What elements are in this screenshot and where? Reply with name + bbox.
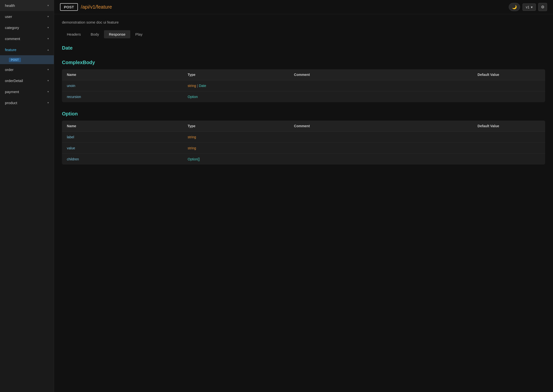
field-default [473, 80, 545, 91]
col-header-type: Type [183, 121, 289, 132]
sidebar-item-order[interactable]: order ▾ [0, 64, 54, 75]
field-comment [289, 154, 473, 165]
field-name: value [62, 143, 183, 154]
chevron-up-icon: ▴ [47, 48, 49, 51]
sidebar-item-product[interactable]: product ▾ [0, 97, 54, 108]
tab-bar: Headers Body Response Play [62, 30, 545, 38]
col-header-type: Type [183, 69, 289, 80]
chevron-down-icon: ▾ [47, 15, 49, 18]
sidebar: health ▾ user ▾ category ▾ comment ▾ fea… [0, 0, 54, 392]
chevron-down-icon: ▾ [47, 101, 49, 104]
field-default [473, 143, 545, 154]
table-row: label string [62, 132, 545, 143]
endpoint-path: /api/v1/feature [81, 4, 112, 10]
field-name: label [62, 132, 183, 143]
version-label: v1 [526, 5, 529, 9]
field-name: unoin [62, 80, 183, 91]
tab-play[interactable]: Play [130, 30, 147, 38]
sidebar-item-label: orderDetail [5, 79, 23, 83]
section-title-complexbody: ComplexBody [62, 60, 545, 65]
section-title-date: Date [62, 45, 545, 51]
field-type: Option[] [183, 154, 289, 165]
type-string: string [188, 135, 196, 139]
type-option-array: Option[] [188, 157, 200, 161]
table-row: unoin string | Date [62, 80, 545, 91]
main-content: POST /api/v1/feature 🌙 v1 ▾ ⚙ demonstrat… [54, 0, 553, 392]
sidebar-item-label: payment [5, 90, 19, 94]
table-row: value string [62, 143, 545, 154]
field-default [473, 154, 545, 165]
option-section: Option Name Type Comment Default Value l… [62, 111, 545, 165]
sidebar-item-health[interactable]: health ▾ [0, 0, 54, 11]
tab-headers[interactable]: Headers [62, 30, 86, 38]
col-header-name: Name [62, 121, 183, 132]
sidebar-item-payment[interactable]: payment ▾ [0, 86, 54, 97]
field-name: children [62, 154, 183, 165]
col-header-default: Default Value [473, 69, 545, 80]
http-method-badge: POST [60, 3, 78, 11]
field-name: recursion [62, 91, 183, 102]
sidebar-item-label: health [5, 3, 15, 8]
field-comment [289, 80, 473, 91]
content-area: demonstration some doc ui feature Header… [54, 14, 553, 179]
chevron-down-icon: ▾ [47, 79, 49, 82]
sidebar-item-comment[interactable]: comment ▾ [0, 33, 54, 44]
gear-icon: ⚙ [541, 5, 544, 9]
dark-mode-button[interactable]: 🌙 [509, 3, 520, 11]
topbar-left: POST /api/v1/feature [60, 3, 112, 11]
field-type: Option [183, 91, 289, 102]
chevron-down-icon: ▾ [47, 68, 49, 71]
type-string: string [188, 146, 196, 150]
moon-icon: 🌙 [512, 5, 517, 9]
sidebar-item-label: user [5, 14, 12, 19]
type-option: Option [188, 95, 198, 99]
field-type: string [183, 143, 289, 154]
sidebar-item-user[interactable]: user ▾ [0, 11, 54, 22]
col-header-comment: Comment [289, 69, 473, 80]
sidebar-item-label: order [5, 68, 14, 72]
col-header-comment: Comment [289, 121, 473, 132]
sidebar-item-label: comment [5, 37, 20, 41]
tab-response[interactable]: Response [104, 30, 131, 38]
option-table: Name Type Comment Default Value label st… [62, 121, 545, 165]
date-section: Date [62, 45, 545, 51]
chevron-down-icon: ▾ [47, 90, 49, 93]
topbar-right: 🌙 v1 ▾ ⚙ [509, 3, 547, 11]
table-row: children Option[] [62, 154, 545, 165]
complexbody-section: ComplexBody Name Type Comment Default Va… [62, 60, 545, 102]
method-badge: POST [9, 58, 21, 62]
sidebar-item-label: product [5, 101, 17, 105]
sidebar-item-label: category [5, 26, 19, 30]
endpoint-description: demonstration some doc ui feature [62, 20, 545, 24]
sidebar-item-label: feature [5, 48, 16, 52]
col-header-name: Name [62, 69, 183, 80]
type-date: Date [199, 84, 206, 88]
sidebar-item-category[interactable]: category ▾ [0, 22, 54, 33]
section-title-option: Option [62, 111, 545, 117]
field-type: string [183, 132, 289, 143]
type-string: string [188, 84, 196, 88]
field-comment [289, 143, 473, 154]
field-type: string | Date [183, 80, 289, 91]
sidebar-item-orderdetail[interactable]: orderDetail ▾ [0, 75, 54, 86]
version-selector[interactable]: v1 ▾ [523, 3, 536, 11]
chevron-down-icon: ▾ [47, 37, 49, 40]
topbar: POST /api/v1/feature 🌙 v1 ▾ ⚙ [54, 0, 553, 14]
sidebar-item-feature[interactable]: feature ▴ [0, 44, 54, 55]
tab-body[interactable]: Body [86, 30, 104, 38]
chevron-down-icon: ▾ [47, 26, 49, 29]
chevron-down-icon: ▾ [47, 4, 49, 7]
field-comment [289, 132, 473, 143]
col-header-default: Default Value [473, 121, 545, 132]
table-row: recursion Option [62, 91, 545, 102]
field-comment [289, 91, 473, 102]
chevron-down-icon: ▾ [531, 5, 533, 9]
sidebar-subitem-post[interactable]: POST [0, 55, 54, 64]
field-default [473, 132, 545, 143]
field-default [473, 91, 545, 102]
complexbody-table: Name Type Comment Default Value unoin st… [62, 69, 545, 102]
settings-button[interactable]: ⚙ [538, 3, 547, 11]
